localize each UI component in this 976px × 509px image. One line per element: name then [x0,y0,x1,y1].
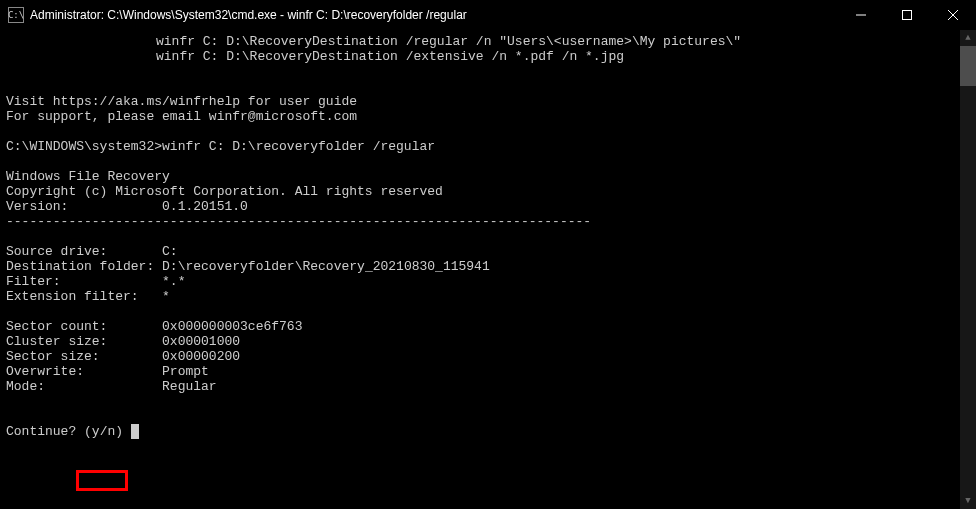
maximize-button[interactable] [884,0,930,30]
source-drive-label: Source drive: [6,244,107,259]
window-title-bar: C:\ Administrator: C:\Windows\System32\c… [0,0,976,30]
blank-line [6,79,976,94]
version-label: Version: [6,199,68,214]
window-controls [838,0,976,30]
source-drive-line: Source drive: C: [6,244,976,259]
minimize-button[interactable] [838,0,884,30]
dest-label: Destination folder: [6,259,154,274]
filter-label: Filter: [6,274,61,289]
version-line: Version: 0.1.20151.0 [6,199,976,214]
ext-filter-value: * [162,289,170,304]
blank-line [6,64,976,79]
dest-folder-line: Destination folder: D:\recoveryfolder\Re… [6,259,976,274]
close-button[interactable] [930,0,976,30]
scroll-up-button[interactable]: ▲ [960,30,976,46]
app-name: Windows File Recovery [6,169,976,184]
mode-line: Mode: Regular [6,379,976,394]
sector-count-value: 0x000000003ce6f763 [162,319,302,334]
sector-size-value: 0x00000200 [162,349,240,364]
overwrite-value: Prompt [162,364,209,379]
prompt-line: C:\WINDOWS\system32>winfr C: D:\recovery… [6,139,976,154]
cluster-size-label: Cluster size: [6,334,107,349]
help-line: Visit https://aka.ms/winfrhelp for user … [6,94,976,109]
mode-value: Regular [162,379,217,394]
window-title: Administrator: C:\Windows\System32\cmd.e… [30,8,838,22]
overwrite-label: Overwrite: [6,364,84,379]
sector-count-label: Sector count: [6,319,107,334]
filter-line: Filter: *.* [6,274,976,289]
sector-size-label: Sector size: [6,349,100,364]
svg-rect-1 [903,11,912,20]
blank-line [6,304,976,319]
sector-count-line: Sector count: 0x000000003ce6f763 [6,319,976,334]
cluster-size-line: Cluster size: 0x00001000 [6,334,976,349]
filter-value: *.* [162,274,185,289]
help-line: For support, please email winfr@microsof… [6,109,976,124]
scroll-thumb[interactable] [960,46,976,86]
terminal-output[interactable]: winfr C: D:\RecoveryDestination /regular… [0,30,976,509]
ext-filter-label: Extension filter: [6,289,139,304]
example-line: winfr C: D:\RecoveryDestination /regular… [6,34,976,49]
copyright-line: Copyright (c) Microsoft Corporation. All… [6,184,976,199]
blank-line [6,124,976,139]
cursor[interactable] [131,424,139,439]
scroll-down-button[interactable]: ▼ [960,493,976,509]
blank-line [6,394,976,409]
continue-options: (y/n) [84,424,123,439]
vertical-scrollbar[interactable]: ▲ ▼ [960,30,976,509]
blank-line [6,229,976,244]
blank-line [6,154,976,169]
divider-line: ----------------------------------------… [6,214,976,229]
continue-prompt-line: Continue? (y/n) [6,424,976,439]
version-value: 0.1.20151.0 [162,199,248,214]
blank-line [6,409,976,424]
cluster-size-value: 0x00001000 [162,334,240,349]
mode-label: Mode: [6,379,45,394]
ext-filter-line: Extension filter: * [6,289,976,304]
cmd-icon: C:\ [8,7,24,23]
dest-value: D:\recoveryfolder\Recovery_20210830_1159… [162,259,490,274]
sector-size-line: Sector size: 0x00000200 [6,349,976,364]
source-drive-value: C: [162,244,178,259]
overwrite-line: Overwrite: Prompt [6,364,976,379]
example-line: winfr C: D:\RecoveryDestination /extensi… [6,49,976,64]
continue-prompt: Continue? [6,424,76,439]
